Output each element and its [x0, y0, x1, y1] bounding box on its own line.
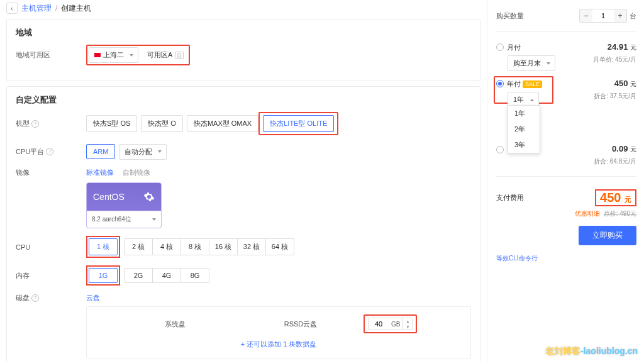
- config-title: 自定义配置: [16, 94, 471, 106]
- buy-button[interactable]: 立即购买: [579, 226, 636, 245]
- qty-stepper[interactable]: − +: [579, 9, 627, 23]
- cpuplat-arm[interactable]: ARM: [86, 144, 115, 159]
- os-version-select[interactable]: 8.2 aarch64位: [87, 211, 161, 228]
- disk-col-sys: 系统盘: [112, 319, 238, 329]
- mem-opt-1g[interactable]: 1G: [89, 268, 118, 283]
- stepper-down-icon[interactable]: ▼: [403, 324, 412, 330]
- year-opt-2[interactable]: 2年: [508, 121, 540, 137]
- stepper-up-icon[interactable]: ▲: [403, 318, 412, 324]
- cpu-opt-1[interactable]: 1 核: [89, 238, 118, 255]
- cpu-opt-64[interactable]: 64 核: [265, 238, 294, 255]
- year-opt-3[interactable]: 3年: [508, 137, 540, 153]
- cpu-opt-16[interactable]: 16 核: [209, 238, 238, 255]
- monska-select[interactable]: 购至月末: [508, 55, 555, 71]
- mem-opt-8g[interactable]: 8G: [180, 268, 209, 283]
- info-icon[interactable]: ?: [46, 148, 53, 155]
- total-label: 支付费用: [496, 193, 524, 203]
- radio-icon[interactable]: [496, 146, 504, 153]
- type-opt-0[interactable]: 快杰S型 OS: [86, 115, 137, 132]
- back-button[interactable]: ‹: [6, 3, 18, 14]
- cpu-opt-32[interactable]: 32 核: [237, 238, 266, 255]
- region-label: 地域可用区: [16, 50, 86, 60]
- os-name: CentOS: [93, 192, 125, 202]
- breadcrumb-parent[interactable]: 主机管理: [21, 3, 52, 14]
- disk-tab-cloud[interactable]: 云盘: [86, 293, 100, 303]
- watermark: 老刘博客-laoliublog.cn: [545, 346, 638, 357]
- qty-unit: 台: [630, 11, 636, 21]
- monthly-sub: 月单价: 45元/月: [593, 55, 636, 71]
- az-tag-icon: ⊡: [175, 52, 184, 59]
- mem-highlight: 1G: [86, 265, 120, 286]
- cpuplat-assign-select[interactable]: 自动分配: [119, 144, 167, 160]
- disk-unit: GB: [389, 321, 402, 328]
- total-highlight: 450 元: [595, 189, 636, 206]
- plan-yearly[interactable]: 年付SALE 450 元 1年 折合: 37.5元/月 1年 2年 3年: [496, 75, 636, 111]
- cpu-opt-2[interactable]: 2 核: [124, 238, 153, 255]
- type-opt-2[interactable]: 快杰MAX型 OMAX: [187, 115, 258, 132]
- cpuplat-label: CPU平台?: [16, 147, 86, 157]
- disk-size-input[interactable]: [369, 318, 389, 330]
- image-tab-custom[interactable]: 自制镜像: [123, 168, 150, 177]
- breadcrumb: ‹ 主机管理 / 创建主机: [6, 3, 480, 14]
- qty-plus[interactable]: +: [614, 9, 626, 22]
- orig-price: 原价: 490元: [604, 210, 636, 217]
- region-highlight: 上海二 可用区A⊡: [86, 45, 190, 65]
- info-icon[interactable]: ?: [31, 120, 39, 128]
- region-title: 地域: [16, 27, 471, 38]
- mem-opt-2g[interactable]: 2G: [124, 268, 153, 283]
- radio-icon[interactable]: [496, 43, 504, 51]
- type-highlight: 快杰LITE型 OLITE: [258, 112, 338, 135]
- total-amount: 450: [600, 191, 621, 204]
- qty-label: 购买数量: [496, 11, 524, 21]
- cpu-opt-4[interactable]: 4 核: [152, 238, 181, 255]
- cpu-label: CPU: [16, 243, 86, 251]
- image-label: 镜像: [16, 168, 86, 177]
- mem-opt-4g[interactable]: 4G: [152, 268, 181, 283]
- sale-badge: SALE: [523, 81, 542, 88]
- qty-input[interactable]: [592, 12, 614, 19]
- config-panel: 自定义配置 机型? 快杰S型 OS 快杰型 O 快杰MAX型 OMAX 快杰LI…: [6, 86, 480, 361]
- yearly-dropdown[interactable]: 1年 2年 3年: [508, 105, 540, 153]
- add-disk-link[interactable]: + 还可以添加 1 块数据盘: [87, 336, 470, 353]
- info-icon[interactable]: ?: [31, 294, 39, 302]
- purchase-panel: 购买数量 − + 台 月付 24.91 元 购至月末 月单价: 45元/月: [487, 0, 644, 361]
- type-opt-1[interactable]: 快杰型 O: [141, 115, 183, 132]
- three-sub: 折合: 64.8元/月: [594, 157, 636, 166]
- region-panel: 地域 地域可用区 上海二 可用区A⊡: [6, 19, 480, 81]
- cpu-opt-8[interactable]: 8 核: [180, 238, 209, 255]
- gear-icon: [143, 191, 155, 203]
- region-select[interactable]: 上海二: [89, 47, 138, 63]
- plan-monthly[interactable]: 月付 24.91 元 购至月末 月单价: 45元/月: [496, 38, 636, 75]
- disk-size-stepper[interactable]: GB ▲▼: [368, 318, 413, 330]
- os-card[interactable]: CentOS 8.2 aarch64位: [86, 182, 162, 228]
- flag-icon: [94, 53, 101, 57]
- az-badge[interactable]: 可用区A⊡: [141, 47, 187, 63]
- yearly-sub: 折合: 37.5元/月: [594, 92, 636, 108]
- qty-minus[interactable]: −: [580, 9, 592, 22]
- type-label: 机型?: [16, 119, 86, 128]
- image-tab-standard[interactable]: 标准镜像: [86, 168, 114, 177]
- disk-size-highlight: GB ▲▼: [364, 314, 417, 333]
- breadcrumb-current: 创建主机: [61, 3, 91, 14]
- disk-col-type: RSSD云盘: [238, 319, 364, 329]
- cli-link[interactable]: 等效CLI命令行: [496, 254, 636, 263]
- mem-label: 内存: [16, 271, 86, 280]
- cpu-highlight: 1 核: [86, 236, 120, 258]
- discount-link[interactable]: 优惠明细: [575, 210, 600, 217]
- type-opt-3[interactable]: 快杰LITE型 OLITE: [263, 115, 334, 132]
- disk-label: 磁盘?: [16, 293, 86, 303]
- radio-icon[interactable]: [496, 80, 504, 87]
- year-opt-1[interactable]: 1年: [508, 106, 540, 121]
